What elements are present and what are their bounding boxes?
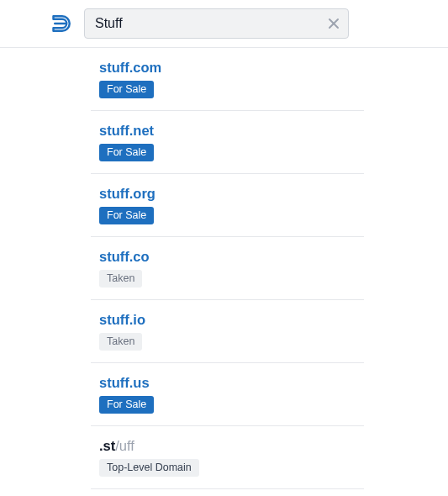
- search-container: [84, 8, 349, 39]
- clear-button[interactable]: [324, 13, 344, 34]
- domain-link[interactable]: stuff.io: [99, 312, 145, 328]
- result-row: stuff.us For Sale: [91, 363, 364, 426]
- status-badge: For Sale: [99, 81, 154, 98]
- tld-suffix: /uff: [115, 438, 134, 453]
- tld-prefix: .st: [99, 438, 115, 453]
- logo-icon: [50, 12, 74, 35]
- top-bar: [0, 0, 448, 48]
- status-badge: For Sale: [99, 144, 154, 161]
- result-row: stuff.net For Sale: [91, 111, 364, 174]
- status-badge: Top-Level Domain: [99, 459, 199, 477]
- close-icon: [327, 17, 340, 30]
- status-badge: For Sale: [99, 207, 154, 224]
- status-badge: Taken: [99, 270, 142, 288]
- results-list: stuff.com For Sale stuff.net For Sale st…: [0, 48, 448, 489]
- domain-link[interactable]: .st/uff: [99, 438, 134, 454]
- status-badge: For Sale: [99, 396, 154, 414]
- status-badge: Taken: [99, 333, 142, 351]
- domain-link[interactable]: stuff.net: [99, 123, 154, 139]
- logo[interactable]: [50, 12, 74, 35]
- search-input[interactable]: [84, 8, 349, 39]
- domain-link[interactable]: stuff.com: [99, 60, 161, 76]
- result-row: stuff.org For Sale: [91, 174, 364, 237]
- result-row: stuff.com For Sale: [91, 48, 364, 111]
- domain-link[interactable]: stuff.us: [99, 375, 150, 391]
- result-row: .st/uff Top-Level Domain: [91, 426, 364, 489]
- result-row: stuff.co Taken: [91, 237, 364, 300]
- result-row: stuff.io Taken: [91, 300, 364, 363]
- domain-link[interactable]: stuff.org: [99, 186, 155, 202]
- domain-link[interactable]: stuff.co: [99, 249, 150, 265]
